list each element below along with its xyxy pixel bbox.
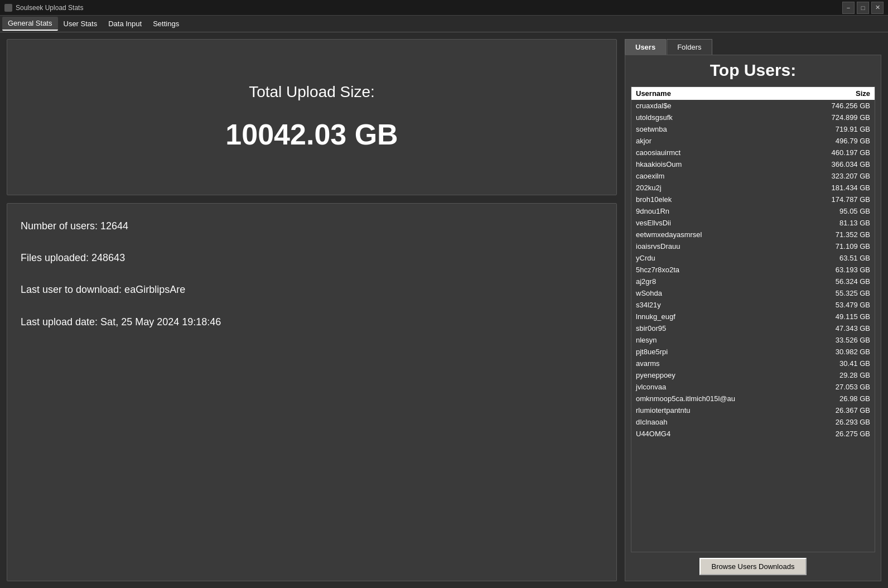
table-cell-username: pjt8ue5rpi [631, 346, 800, 358]
table-cell-username: eetwmxedayasmrsel [631, 229, 800, 240]
users-table: Username Size cruaxdal$e746.256 GButolds… [631, 87, 875, 440]
table-cell-size: 33.526 GB [800, 334, 875, 346]
table-row[interactable]: broh10elek174.787 GB [631, 194, 875, 205]
table-row[interactable]: rlumiotertpantntu26.367 GB [631, 404, 875, 416]
table-row[interactable]: yCrdu63.51 GB [631, 252, 875, 264]
table-cell-username: rlumiotertpantntu [631, 404, 800, 416]
table-cell-username: yCrdu [631, 252, 800, 264]
table-cell-username: caoosiauirmct [631, 147, 800, 158]
table-cell-username: s34l21y [631, 299, 800, 311]
table-cell-username: 5hcz7r8xo2ta [631, 264, 800, 276]
table-cell-username: jvlconvaa [631, 381, 800, 393]
table-cell-username: broh10elek [631, 194, 800, 205]
right-panel: Users Folders Top Users: Username Size c… [625, 39, 881, 581]
maximize-button[interactable]: □ [857, 2, 869, 14]
table-cell-username: dIclnaoah [631, 416, 800, 428]
table-row[interactable]: cruaxdal$e746.256 GB [631, 100, 875, 112]
top-users-title: Top Users: [631, 61, 875, 80]
users-table-wrapper[interactable]: Username Size cruaxdal$e746.256 GButolds… [631, 86, 875, 552]
table-row[interactable]: s34l21y53.479 GB [631, 299, 875, 311]
table-cell-size: 719.91 GB [800, 123, 875, 135]
app-icon [4, 4, 12, 12]
table-cell-username: soetwnba [631, 123, 800, 135]
table-row[interactable]: lnnukg_eugf49.115 GB [631, 311, 875, 322]
table-cell-username: avarms [631, 358, 800, 369]
table-cell-size: 174.787 GB [800, 194, 875, 205]
table-row[interactable]: soetwnba719.91 GB [631, 123, 875, 135]
table-row[interactable]: eetwmxedayasmrsel71.352 GB [631, 229, 875, 240]
table-cell-size: 95.05 GB [800, 205, 875, 217]
table-cell-size: 30.41 GB [800, 358, 875, 369]
table-cell-username: aj2gr8 [631, 276, 800, 287]
menu-general-stats[interactable]: General Stats [2, 17, 58, 31]
menu-bar: General Stats User Stats Data Input Sett… [0, 16, 888, 32]
table-row[interactable]: aj2gr856.324 GB [631, 276, 875, 287]
menu-settings[interactable]: Settings [147, 17, 185, 30]
table-cell-username: sbir0or95 [631, 322, 800, 334]
table-row[interactable]: omknmoop5ca.itlmich015l@au26.98 GB [631, 393, 875, 404]
table-cell-size: 30.982 GB [800, 346, 875, 358]
table-cell-size: 47.343 GB [800, 322, 875, 334]
tab-users[interactable]: Users [625, 39, 666, 55]
table-cell-size: 63.193 GB [800, 264, 875, 276]
table-cell-username: pyeneppoey [631, 369, 800, 381]
table-row[interactable]: U44OMG426.275 GB [631, 428, 875, 440]
table-row[interactable]: caoexilm323.207 GB [631, 170, 875, 182]
browse-users-downloads-button[interactable]: Browse Users Downloads [699, 558, 807, 575]
table-row[interactable]: 9dnou1Rn95.05 GB [631, 205, 875, 217]
table-row[interactable]: nlesyn33.526 GB [631, 334, 875, 346]
table-row[interactable]: caoosiauirmct460.197 GB [631, 147, 875, 158]
upload-size-value: 10042.03 GB [225, 118, 398, 151]
title-bar: Soulseek Upload Stats − □ ✕ [0, 0, 888, 16]
title-bar-controls: − □ ✕ [842, 2, 884, 14]
table-cell-size: 53.479 GB [800, 299, 875, 311]
table-row[interactable]: wSohda55.325 GB [631, 287, 875, 299]
info-box: Number of users: 12644 Files uploaded: 2… [7, 203, 617, 581]
col-header-size: Size [800, 87, 875, 100]
table-cell-username: 202ku2j [631, 182, 800, 194]
table-row[interactable]: vesEllvsDii81.13 GB [631, 217, 875, 229]
files-count-row: Files uploaded: 248643 [21, 251, 603, 265]
upload-size-box: Total Upload Size: 10042.03 GB [7, 39, 617, 195]
table-row[interactable]: pyeneppoey29.28 GB [631, 369, 875, 381]
table-row[interactable]: pjt8ue5rpi30.982 GB [631, 346, 875, 358]
tab-bar: Users Folders [625, 39, 881, 55]
table-cell-size: 496.79 GB [800, 135, 875, 147]
table-row[interactable]: ioaisrvsDrauu71.109 GB [631, 240, 875, 252]
minimize-button[interactable]: − [842, 2, 855, 14]
table-row[interactable]: akjor496.79 GB [631, 135, 875, 147]
table-row[interactable]: utoldsgsufk724.899 GB [631, 112, 875, 123]
table-cell-size: 323.207 GB [800, 170, 875, 182]
table-cell-username: hkaakioisOum [631, 158, 800, 170]
table-cell-size: 26.98 GB [800, 393, 875, 404]
close-button[interactable]: ✕ [871, 2, 884, 14]
table-cell-username: vesEllvsDii [631, 217, 800, 229]
col-header-username: Username [631, 87, 800, 100]
table-row[interactable]: 202ku2j181.434 GB [631, 182, 875, 194]
menu-user-stats[interactable]: User Stats [58, 17, 103, 30]
table-cell-size: 71.352 GB [800, 229, 875, 240]
table-cell-size: 81.13 GB [800, 217, 875, 229]
table-cell-size: 56.324 GB [800, 276, 875, 287]
table-cell-username: utoldsgsufk [631, 112, 800, 123]
title-bar-title: Soulseek Upload Stats [16, 4, 83, 12]
table-cell-username: nlesyn [631, 334, 800, 346]
menu-data-input[interactable]: Data Input [103, 17, 147, 30]
table-cell-username: omknmoop5ca.itlmich015l@au [631, 393, 800, 404]
right-content: Top Users: Username Size cruaxdal$e746.2… [625, 55, 881, 581]
table-cell-size: 724.899 GB [800, 112, 875, 123]
table-row[interactable]: sbir0or9547.343 GB [631, 322, 875, 334]
table-cell-username: akjor [631, 135, 800, 147]
table-cell-username: lnnukg_eugf [631, 311, 800, 322]
table-row[interactable]: hkaakioisOum366.034 GB [631, 158, 875, 170]
table-row[interactable]: avarms30.41 GB [631, 358, 875, 369]
table-row[interactable]: dIclnaoah26.293 GB [631, 416, 875, 428]
tab-folders[interactable]: Folders [667, 39, 712, 55]
table-cell-username: U44OMG4 [631, 428, 800, 440]
table-row[interactable]: 5hcz7r8xo2ta63.193 GB [631, 264, 875, 276]
last-date-row: Last upload date: Sat, 25 May 2024 19:18… [21, 315, 603, 329]
table-cell-size: 71.109 GB [800, 240, 875, 252]
table-row[interactable]: jvlconvaa27.053 GB [631, 381, 875, 393]
table-cell-size: 26.367 GB [800, 404, 875, 416]
table-cell-username: 9dnou1Rn [631, 205, 800, 217]
